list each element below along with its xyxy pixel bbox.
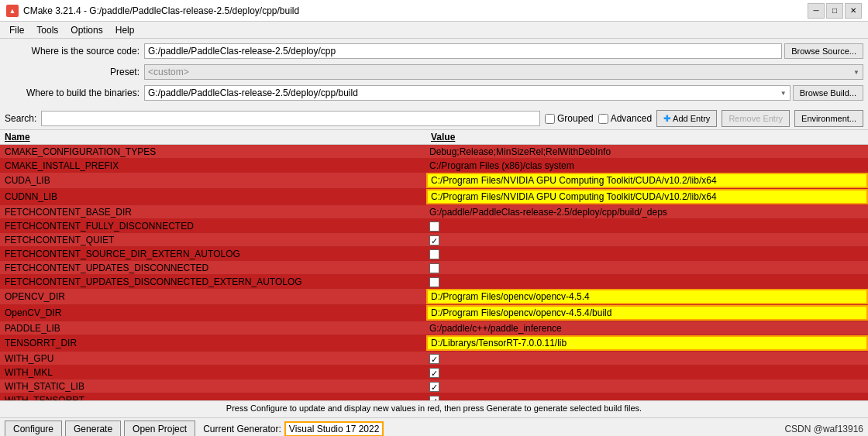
table-row[interactable]: TENSORRT_DIRD:/Librarys/TensorRT-7.0.0.1… bbox=[0, 335, 868, 352]
configure-button[interactable]: Configure bbox=[5, 421, 62, 437]
cell-value: G:/paddle/c++/paddle_inference bbox=[426, 322, 868, 335]
cell-value: ✓ bbox=[426, 366, 868, 378]
menu-bar: File Tools Options Help bbox=[0, 22, 868, 39]
menu-file[interactable]: File bbox=[3, 23, 30, 37]
build-label: Where to build the binaries: bbox=[5, 88, 144, 98]
preset-row: Preset: <custom> ▼ bbox=[5, 63, 863, 81]
cell-name: FETCHCONTENT_QUIET bbox=[0, 234, 426, 246]
cell-value bbox=[426, 219, 868, 232]
cell-name: FETCHCONTENT_UPDATES_DISCONNECTED bbox=[0, 262, 426, 274]
window-controls: ─ □ ✕ bbox=[808, 3, 862, 19]
table-row[interactable]: CUDA_LIBC:/Program Files/NVIDIA GPU Comp… bbox=[0, 173, 868, 189]
table-row[interactable]: FETCHCONTENT_BASE_DIRG:/paddle/PaddleCla… bbox=[0, 205, 868, 219]
cell-name: WITH_MKL bbox=[0, 366, 426, 379]
advanced-label: Advanced bbox=[611, 113, 652, 124]
table-row[interactable]: CMAKE_INSTALL_PREFIXC:/Program Files (x8… bbox=[0, 159, 868, 173]
source-row: Where is the source code: Browse Source.… bbox=[5, 42, 863, 60]
source-input[interactable] bbox=[144, 43, 782, 59]
grouped-label: Grouped bbox=[557, 113, 594, 124]
environment-label: Environment... bbox=[801, 114, 856, 123]
cell-name: PADDLE_LIB bbox=[0, 322, 426, 335]
search-input[interactable] bbox=[41, 111, 540, 126]
preset-combo[interactable]: <custom> ▼ bbox=[144, 64, 863, 80]
col-value-header: Value bbox=[431, 132, 863, 142]
menu-help[interactable]: Help bbox=[109, 23, 141, 37]
build-combo-arrow-icon: ▼ bbox=[780, 90, 787, 97]
browse-source-button[interactable]: Browse Source... bbox=[784, 43, 863, 59]
open-project-button[interactable]: Open Project bbox=[124, 421, 195, 437]
cell-value bbox=[426, 261, 868, 273]
menu-options[interactable]: Options bbox=[64, 23, 108, 37]
generate-button[interactable]: Generate bbox=[65, 421, 121, 437]
table-row[interactable]: PADDLE_LIBG:/paddle/c++/paddle_inference bbox=[0, 321, 868, 335]
app-icon: ▲ bbox=[6, 5, 19, 17]
bottom-bar: Configure Generate Open Project Current … bbox=[0, 417, 868, 436]
source-label: Where is the source code: bbox=[5, 46, 144, 57]
table-row[interactable]: CUDNN_LIBC:/Program Files/NVIDIA GPU Com… bbox=[0, 189, 868, 205]
minimize-button[interactable]: ─ bbox=[808, 3, 825, 19]
cell-name: WITH_STATIC_LIB bbox=[0, 380, 426, 393]
status-text: Press Configure to update and display ne… bbox=[226, 403, 642, 413]
cell-value: ✓ bbox=[426, 393, 868, 400]
cell-name: TENSORRT_DIR bbox=[0, 337, 426, 349]
search-label: Search: bbox=[5, 113, 36, 124]
cell-name: CUDA_LIB bbox=[0, 174, 426, 187]
cell-value: ✓ bbox=[426, 352, 868, 364]
column-headers: Name Value bbox=[0, 130, 868, 145]
table-row[interactable]: FETCHCONTENT_FULLY_DISCONNECTED bbox=[0, 219, 868, 233]
menu-tools[interactable]: Tools bbox=[30, 23, 64, 37]
col-name-header: Name bbox=[5, 132, 431, 142]
table-row[interactable]: FETCHCONTENT_QUIET✓ bbox=[0, 233, 868, 247]
table-row[interactable]: WITH_GPU✓ bbox=[0, 352, 868, 366]
cell-value: G:/paddle/PaddleClas-release-2.5/deploy/… bbox=[426, 206, 868, 218]
form-area: Where is the source code: Browse Source.… bbox=[0, 39, 868, 108]
cell-value: Debug;Release;MinSizeRel;RelWithDebInfo bbox=[426, 146, 868, 158]
environment-button[interactable]: Environment... bbox=[794, 110, 863, 127]
cell-value: D:/Program Files/opencv/opencv-4.5.4 bbox=[426, 289, 868, 304]
table-row[interactable]: WITH_MKL✓ bbox=[0, 366, 868, 379]
maximize-button[interactable]: □ bbox=[826, 3, 843, 19]
close-button[interactable]: ✕ bbox=[845, 3, 862, 19]
cell-value: ✓ bbox=[426, 379, 868, 392]
generator-label: Current Generator: bbox=[203, 424, 281, 434]
status-right: CSDN @waf13916 bbox=[784, 424, 863, 434]
advanced-checkbox[interactable] bbox=[598, 114, 608, 124]
table-row[interactable]: WITH_STATIC_LIB✓ bbox=[0, 379, 868, 393]
cell-value: ✓ bbox=[426, 233, 868, 245]
table-row[interactable]: FETCHCONTENT_UPDATES_DISCONNECTED bbox=[0, 261, 868, 275]
build-combo[interactable]: G:/paddle/PaddleClas-release-2.5/deploy/… bbox=[144, 85, 790, 101]
grouped-checkbox[interactable] bbox=[545, 114, 555, 124]
build-value: G:/paddle/PaddleClas-release-2.5/deploy/… bbox=[148, 88, 780, 98]
cell-name: CMAKE_CONFIGURATION_TYPES bbox=[0, 146, 426, 158]
remove-entry-label: Remove Entry bbox=[728, 114, 783, 123]
table-area[interactable]: CMAKE_CONFIGURATION_TYPESDebug;Release;M… bbox=[0, 145, 868, 400]
cell-value: C:/Program Files/NVIDIA GPU Computing To… bbox=[426, 189, 868, 204]
table-row[interactable]: FETCHCONTENT_UPDATES_DISCONNECTED_EXTERN… bbox=[0, 275, 868, 289]
table-row[interactable]: CMAKE_CONFIGURATION_TYPESDebug;Release;M… bbox=[0, 145, 868, 159]
title-bar: ▲ CMake 3.21.4 - G:/paddle/PaddleClas-re… bbox=[0, 0, 868, 22]
cell-value bbox=[426, 247, 868, 259]
cell-name: OPENCV_DIR bbox=[0, 290, 426, 303]
table-row[interactable]: WITH_TENSORRT✓ bbox=[0, 393, 868, 400]
plus-icon: ✚ bbox=[663, 114, 670, 124]
cell-value: D:/Librarys/TensorRT-7.0.0.11/lib bbox=[426, 335, 868, 351]
table-row[interactable]: FETCHCONTENT_SOURCE_DIR_EXTERN_AUTOLOG bbox=[0, 247, 868, 261]
cell-name: FETCHCONTENT_FULLY_DISCONNECTED bbox=[0, 220, 426, 232]
table-row[interactable]: OpenCV_DIRD:/Program Files/opencv/opencv… bbox=[0, 305, 868, 321]
remove-entry-button[interactable]: Remove Entry bbox=[722, 110, 790, 127]
cell-name: WITH_GPU bbox=[0, 352, 426, 365]
cell-name: CMAKE_INSTALL_PREFIX bbox=[0, 160, 426, 172]
add-entry-button[interactable]: ✚ Add Entry bbox=[656, 110, 717, 127]
build-row: Where to build the binaries: G:/paddle/P… bbox=[5, 84, 863, 102]
generator-value: Visual Studio 17 2022 bbox=[284, 421, 384, 437]
cell-name: WITH_TENSORRT bbox=[0, 394, 426, 401]
cell-name: CUDNN_LIB bbox=[0, 191, 426, 203]
combo-arrow-icon: ▼ bbox=[853, 69, 859, 76]
browse-build-button[interactable]: Browse Build... bbox=[793, 85, 863, 101]
advanced-checkbox-group: Advanced bbox=[598, 113, 652, 124]
cell-value: C:/Program Files (x86)/clas system bbox=[426, 160, 868, 172]
search-row: Search: Grouped Advanced ✚ Add Entry Rem… bbox=[0, 108, 868, 130]
title-text: CMake 3.21.4 - G:/paddle/PaddleClas-rele… bbox=[23, 5, 808, 16]
cell-value: C:/Program Files/NVIDIA GPU Computing To… bbox=[426, 173, 868, 188]
table-row[interactable]: OPENCV_DIRD:/Program Files/opencv/opencv… bbox=[0, 289, 868, 305]
